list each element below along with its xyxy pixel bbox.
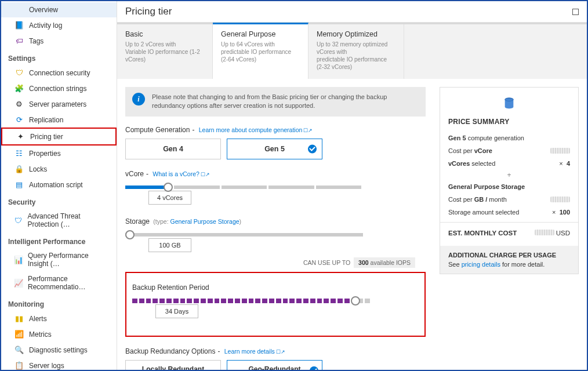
shield-icon: 🛡	[14, 68, 24, 77]
redundancy-link[interactable]: Learn more details☐↗	[224, 348, 285, 355]
tier-sub: Variable IO performance (1-2 vCores)	[125, 48, 204, 63]
blurred-price	[550, 197, 570, 202]
sidebar-label: Diagnostic settings	[29, 346, 88, 354]
tier-tab-memory-optimized[interactable]: Memory Optimized Up to 32 memory optimiz…	[308, 24, 404, 79]
sidebar-label: Advanced Threat Protection (…	[27, 212, 111, 228]
sidebar-item-qpi[interactable]: 📊Query Performance Insight (…	[1, 248, 117, 271]
tier-tab-general-purpose[interactable]: General Purpose Up to 64 vCores with pre…	[213, 23, 308, 79]
sidebar-group-security: Security	[1, 192, 117, 209]
sidebar-item-server-parameters[interactable]: ⚙Server parameters	[1, 96, 117, 112]
sidebar-item-perf-rec[interactable]: 📈Performance Recommendatio…	[1, 271, 117, 294]
sidebar-item-overview[interactable]: Overview	[1, 2, 117, 17]
check-icon	[310, 366, 318, 370]
sidebar-item-replication[interactable]: ⟳Replication	[1, 112, 117, 128]
sidebar-label: Automation script	[29, 181, 83, 189]
sidebar-label: Tags	[29, 37, 43, 45]
vcore-value: 4 vCores	[148, 191, 191, 205]
logs-icon: 📋	[14, 361, 24, 370]
sidebar-label: Properties	[29, 150, 61, 158]
tier-sub: Up to 2 vCores with	[125, 41, 204, 48]
lock-icon: 🔒	[14, 165, 24, 173]
tier-title: Memory Optimized	[317, 30, 395, 38]
storage-value: 100 GB	[148, 238, 191, 252]
sidebar-group-settings: Settings	[1, 49, 117, 65]
main-panel: Pricing tier Basic Up to 2 vCores with V…	[117, 1, 587, 370]
compute-gen-label: Compute Generation- Learn more about com…	[125, 126, 426, 134]
sidebar-item-automation-script[interactable]: ▤Automation script	[1, 177, 117, 192]
tier-title: General Purpose	[221, 30, 300, 38]
iops-info: CAN USE UP TO300 available IOPS	[125, 259, 415, 266]
sidebar-item-locks[interactable]: 🔒Locks	[1, 161, 117, 177]
sidebar-item-atp[interactable]: 🛡Advanced Threat Protection (…	[1, 209, 117, 232]
compute-gen-link[interactable]: Learn more about compute generation☐↗	[199, 126, 313, 133]
page-title: Pricing tier	[125, 6, 172, 17]
tier-sub: predictable IO performance (2-64 vCores)	[221, 48, 300, 63]
sidebar-item-alerts[interactable]: ▮▮Alerts	[1, 311, 117, 326]
tier-tab-basic[interactable]: Basic Up to 2 vCores with Variable IO pe…	[117, 24, 213, 79]
backup-retention-section: Backup Retention Period 34 Days	[125, 272, 426, 337]
metrics-icon: 📶	[14, 330, 24, 339]
info-banner: i Please note that changing to and from …	[125, 87, 426, 117]
backup-retention-slider[interactable]	[132, 299, 370, 303]
activity-log-icon: 📘	[14, 21, 24, 30]
sidebar-label: Replication	[29, 116, 63, 124]
storage-type-link[interactable]: General Purpose Storage	[170, 218, 239, 225]
storage-slider[interactable]	[125, 233, 363, 237]
sidebar-item-connection-security[interactable]: 🛡Connection security	[1, 65, 117, 81]
check-icon	[308, 144, 317, 153]
diagnostic-icon: 🔍	[14, 345, 24, 354]
backup-value: 34 Days	[155, 304, 198, 318]
price-summary-panel: PRICE SUMMARY Gen 5 compute generation C…	[440, 87, 579, 274]
sidebar-item-server-logs[interactable]: 📋Server logs	[1, 358, 117, 370]
sidebar-label: Query Performance Insight (…	[28, 252, 111, 268]
sidebar-label: Metrics	[29, 330, 52, 339]
close-icon[interactable]	[572, 9, 579, 15]
replication-icon: ⟳	[14, 115, 24, 124]
sidebar-label: Connection strings	[29, 85, 86, 93]
sidebar: Overview 📘Activity log 🏷Tags Settings 🛡C…	[1, 1, 117, 370]
vcore-slider[interactable]	[125, 186, 363, 189]
sidebar-item-diagnostic[interactable]: 🔍Diagnostic settings	[1, 342, 117, 358]
sidebar-item-activity-log[interactable]: 📘Activity log	[1, 17, 117, 33]
info-message: Please note that changing to and from th…	[152, 93, 419, 111]
perf-icon: 📈	[14, 279, 23, 288]
sidebar-item-tags[interactable]: 🏷Tags	[1, 33, 117, 49]
sidebar-item-connection-strings[interactable]: 🧩Connection strings	[1, 81, 117, 96]
alerts-icon: ▮▮	[14, 314, 24, 323]
sidebar-label: Connection security	[29, 69, 90, 77]
sidebar-label: Locks	[29, 165, 47, 173]
tier-tabs: Basic Up to 2 vCores with Variable IO pe…	[117, 23, 587, 79]
redundancy-label: Backup Redundancy Options- Learn more de…	[125, 347, 426, 355]
price-summary-title: PRICE SUMMARY	[448, 118, 570, 126]
sidebar-label: Performance Recommendatio…	[28, 275, 111, 291]
info-icon: i	[132, 93, 145, 106]
gen4-option[interactable]: Gen 4	[125, 139, 221, 159]
sidebar-label: Alerts	[29, 315, 47, 323]
shield-small-icon: 🛡	[14, 216, 23, 225]
locally-redundant-option[interactable]: Locally Redundant Recover from data loss…	[125, 360, 221, 370]
sidebar-label: Server logs	[29, 362, 64, 370]
vcore-link[interactable]: What is a vCore?☐↗	[153, 170, 210, 177]
panel-header: Pricing tier	[117, 1, 587, 23]
tier-sub: Up to 32 memory optimized vCores with	[317, 41, 395, 56]
tier-title: Basic	[125, 30, 204, 38]
vcore-label: vCore- What is a vCore?☐↗	[125, 170, 426, 178]
sidebar-label: Activity log	[29, 21, 62, 30]
additional-charge-box: ADDITIONAL CHARGE PER USAGE See pricing …	[440, 246, 578, 274]
tags-icon: 🏷	[14, 37, 24, 45]
sidebar-item-properties[interactable]: ☷Properties	[1, 146, 117, 161]
blurred-price	[550, 148, 570, 154]
geo-redundant-option[interactable]: Geo-Redundant Recover from regional outa…	[227, 360, 322, 370]
sidebar-item-metrics[interactable]: 📶Metrics	[1, 326, 117, 342]
link-icon: 🧩	[14, 84, 24, 93]
sidebar-item-pricing-tier[interactable]: ✦Pricing tier	[1, 128, 117, 146]
database-icon	[503, 97, 516, 110]
pricing-details-link[interactable]: pricing details	[462, 261, 500, 268]
gen5-option[interactable]: Gen 5	[227, 139, 322, 159]
tier-sub: Up to 64 vCores with	[221, 41, 300, 48]
pricing-icon: ✦	[15, 132, 26, 141]
sidebar-label: Overview	[29, 6, 58, 14]
gear-icon: ⚙	[14, 100, 24, 108]
sidebar-label: Server parameters	[29, 100, 86, 108]
blurred-price	[535, 230, 554, 235]
